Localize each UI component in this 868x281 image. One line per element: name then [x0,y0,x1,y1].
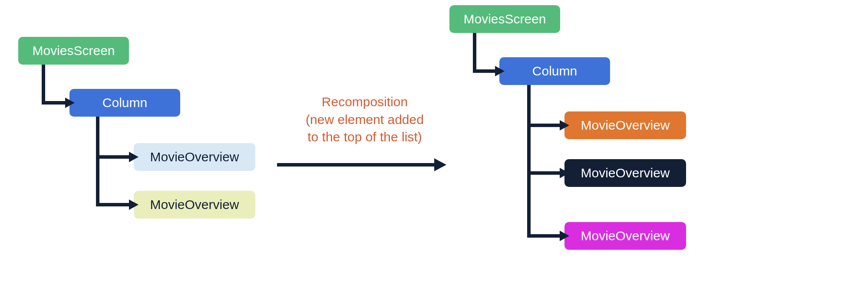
svg-marker-7 [560,168,569,178]
svg-marker-6 [560,120,569,131]
right-column-to-items-connector [0,0,608,281]
svg-marker-8 [560,231,569,241]
